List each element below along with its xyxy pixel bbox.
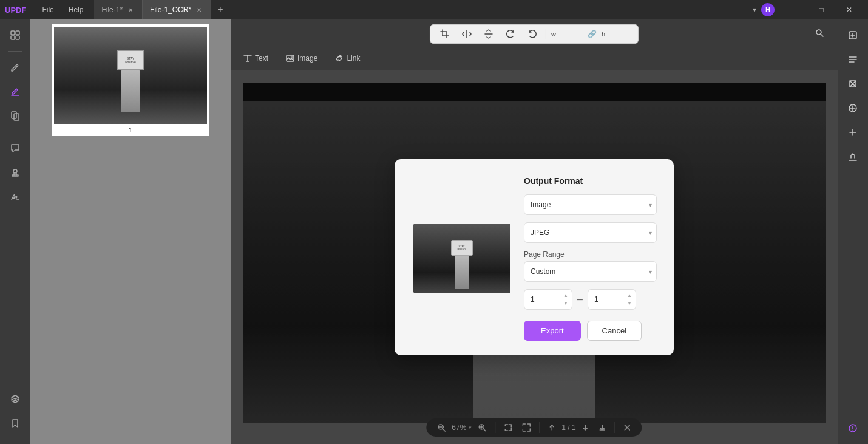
modal-form: Output Format Image PDF PNG ▾ [524, 176, 657, 341]
pdf-canvas: STAYRISING Output Format Image [231, 70, 838, 444]
right-icon-2[interactable] [842, 49, 864, 70]
range-from-wrap: ▲ ▼ [524, 289, 572, 310]
height-label: h [602, 30, 605, 38]
thumbnail-panel: STAYPositive 1 [30, 19, 231, 444]
rotate-cw-btn[interactable] [502, 27, 519, 41]
range-separator: – [577, 294, 583, 305]
app-body: STAYPositive 1 [0, 19, 868, 444]
page-range-select[interactable]: All Pages Custom Odd Pages Even Pages [524, 261, 657, 282]
cancel-button[interactable]: Cancel [587, 321, 642, 341]
right-icon-bottom[interactable] [842, 417, 864, 439]
sidebar-sep-3 [8, 213, 22, 213]
width-label: w [551, 30, 556, 38]
svg-rect-1 [16, 31, 19, 35]
format-select-wrap: Image PDF PNG ▾ [524, 194, 657, 215]
maximize-button[interactable]: □ [807, 1, 835, 18]
annotation-toolbar: Text Image Link [231, 46, 838, 70]
sidebar-icon-edit[interactable] [4, 56, 26, 78]
main-content: w 1531 🔗 h 1047 [231, 19, 838, 444]
range-from-spinners: ▲ ▼ [560, 292, 571, 307]
export-button[interactable]: Export [524, 321, 581, 341]
page-range-group: All Pages Custom Odd Pages Even Pages ▾ [524, 261, 657, 282]
minimize-button[interactable]: ─ [779, 1, 807, 18]
page-range-row: ▲ ▼ – ▲ ▼ [524, 289, 657, 310]
sidebar-icon-comment[interactable] [4, 137, 26, 159]
subformat-group: JPEG PNG BMP TIFF ▾ [524, 222, 657, 243]
tab-close-file1-ocr[interactable]: ✕ [195, 5, 203, 14]
title-bar: UPDF File Help File-1* ✕ File-1_OCR* ✕ +… [0, 0, 868, 19]
image-tool-btn[interactable]: Image [280, 51, 322, 66]
page-range-select-wrap: All Pages Custom Odd Pages Even Pages ▾ [524, 261, 657, 282]
thumbnail-item-1[interactable]: STAYPositive 1 [52, 24, 209, 136]
subformat-select-wrap: JPEG PNG BMP TIFF ▾ [524, 222, 657, 243]
range-to-up[interactable]: ▲ [624, 292, 635, 299]
sidebar-icon-bookmark[interactable] [4, 412, 26, 434]
tab-add-button[interactable]: + [211, 4, 229, 15]
search-area [809, 22, 830, 44]
rotate-ccw-btn[interactable] [524, 27, 541, 41]
preview-image: STAYRISING [413, 224, 510, 293]
width-input[interactable]: 1531 [558, 30, 583, 38]
right-icon-6[interactable] [842, 146, 864, 168]
format-select[interactable]: Image PDF PNG [524, 194, 657, 215]
tab-file1-ocr[interactable]: File-1_OCR* ✕ [143, 0, 211, 19]
format-group: Image PDF PNG ▾ [524, 194, 657, 215]
link-tool-label: Link [347, 54, 360, 63]
window-controls: ▾ H ─ □ ✕ [753, 1, 863, 18]
modal-overlay: STAYRISING Output Format Image [231, 70, 838, 444]
svg-point-7 [816, 30, 821, 35]
menu-file[interactable]: File [36, 3, 59, 16]
sidebar-icon-layers[interactable] [4, 388, 26, 410]
sidebar-bottom [4, 388, 26, 439]
tab-file1[interactable]: File-1* ✕ [94, 0, 143, 19]
sidebar-icon-pages[interactable] [4, 105, 26, 127]
sidebar-icon-annotate[interactable] [4, 81, 26, 103]
sidebar-sep-1 [8, 51, 22, 52]
flip-h-btn[interactable] [458, 27, 475, 41]
sidebar-icon-stamp[interactable] [4, 162, 26, 183]
sidebar-icon-sign[interactable] [4, 186, 26, 208]
right-icon-5[interactable] [842, 121, 864, 143]
right-sidebar-bottom [842, 417, 864, 439]
menu-bar: File Help [36, 3, 89, 16]
modal-actions: Export Cancel [524, 321, 657, 341]
right-icon-4[interactable] [842, 97, 864, 119]
link-tool-btn[interactable]: Link [330, 51, 365, 66]
right-icon-1[interactable] [842, 24, 864, 46]
range-to-wrap: ▲ ▼ [588, 289, 636, 310]
height-control: h 1047 [602, 30, 632, 38]
dropdown-icon[interactable]: ▾ [753, 5, 756, 14]
range-from-up[interactable]: ▲ [560, 292, 571, 299]
lock-icon[interactable]: 🔗 [588, 30, 597, 38]
crop-tool-btn[interactable] [436, 27, 453, 41]
win-controls: ─ □ ✕ [779, 1, 863, 18]
user-avatar[interactable]: H [761, 3, 775, 16]
top-toolbar: w 1531 🔗 h 1047 [231, 19, 838, 46]
svg-point-9 [291, 56, 293, 58]
modal-title: Output Format [524, 176, 657, 186]
sidebar-sep-2 [8, 132, 22, 132]
height-input[interactable]: 1047 [608, 30, 632, 38]
range-from-down[interactable]: ▼ [560, 299, 571, 307]
sidebar-icon-view[interactable] [4, 24, 26, 46]
app-logo: UPDF [5, 5, 26, 15]
search-icon[interactable] [809, 22, 830, 44]
text-tool-label: Text [255, 54, 268, 63]
thumbnail-image-1: STAYPositive [54, 27, 207, 124]
flip-v-btn[interactable] [480, 27, 497, 41]
tab-close-file1[interactable]: ✕ [126, 5, 135, 14]
close-button[interactable]: ✕ [835, 1, 863, 18]
width-control: w 1531 [551, 30, 583, 38]
toolbar-sep [546, 29, 546, 39]
range-to-down[interactable]: ▼ [624, 299, 635, 307]
menu-help[interactable]: Help [63, 3, 90, 16]
right-sidebar [838, 19, 868, 444]
range-to-spinners: ▲ ▼ [624, 292, 635, 307]
image-toolbar: w 1531 🔗 h 1047 [430, 24, 639, 44]
text-tool-btn[interactable]: Text [238, 51, 273, 66]
left-sidebar [0, 19, 30, 444]
right-icon-3[interactable] [842, 73, 864, 95]
svg-rect-3 [16, 36, 19, 39]
svg-rect-2 [11, 36, 15, 39]
subformat-select[interactable]: JPEG PNG BMP TIFF [524, 222, 657, 243]
